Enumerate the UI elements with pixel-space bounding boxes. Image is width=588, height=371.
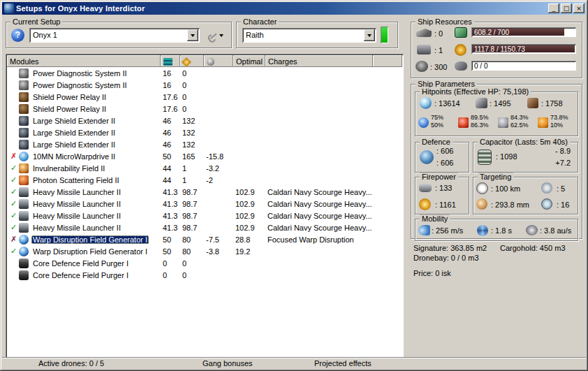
character-combobox[interactable]: Raith: [242, 28, 376, 43]
optimal-column-header[interactable]: Optimal: [233, 55, 265, 67]
module-row[interactable]: ✗Warp Disruption Field Generator I5080-7…: [7, 233, 402, 245]
module-optimal-value: [233, 115, 265, 126]
cargohold-value: Cargohold: 450 m3: [500, 244, 566, 252]
module-row[interactable]: ✓Heavy Missile Launcher II41.398.7102.9C…: [7, 221, 402, 233]
kinetic-resist-armor: 62.5%: [510, 122, 529, 129]
module-type-icon: [19, 104, 29, 114]
charges-column-header[interactable]: Charges: [265, 55, 373, 67]
module-row[interactable]: Power Diagnostic System II160: [7, 67, 402, 79]
cpu-icon: [163, 58, 172, 66]
max-velocity-value: : 256 m/s: [432, 226, 463, 235]
module-cap-value: [204, 269, 233, 281]
module-charges-value: [265, 91, 373, 103]
powergrid-sun-icon: [455, 44, 466, 56]
module-row[interactable]: Shield Power Relay II17.60: [7, 103, 402, 115]
module-row[interactable]: ✓Heavy Missile Launcher II41.398.7102.9C…: [7, 198, 402, 210]
module-name: Large Shield Extender II: [31, 129, 117, 137]
setup-tools-button[interactable]: [203, 28, 228, 43]
module-optimal-value: [233, 103, 265, 115]
module-cpu-value: 0: [161, 257, 180, 269]
module-optimal-value: [233, 138, 265, 150]
module-row[interactable]: Shield Power Relay II17.60: [7, 91, 402, 103]
module-charges-value: [265, 103, 373, 115]
active-drones-status: Active drones: 0 / 5: [38, 359, 104, 368]
powergrid-usage-text: 1117.8 / 1150.73: [474, 45, 525, 53]
module-powergrid-value: 165: [180, 150, 204, 162]
module-type-icon: [19, 235, 29, 245]
setup-combo-dropdown-icon[interactable]: [187, 29, 198, 41]
price-value: Price: 0 isk: [413, 269, 451, 277]
status-bar: Active drones: 0 / 5 Gang bonuses Projec…: [2, 357, 586, 369]
module-charges-value: [265, 245, 373, 257]
module-cap-value: [204, 138, 233, 150]
turret-hardpoints-value: : 0: [434, 29, 443, 38]
module-active-check-icon: ✓: [9, 199, 18, 208]
module-row[interactable]: Power Diagnostic System II160: [7, 79, 402, 91]
module-name: Power Diagnostic System II: [31, 69, 128, 78]
module-row[interactable]: ✓Warp Disruption Field Generator I5080-3…: [7, 245, 402, 257]
module-row[interactable]: ✓Heavy Missile Launcher II41.398.7102.9C…: [7, 210, 402, 221]
filler-column-header: [373, 55, 402, 67]
module-charges-value: [265, 126, 373, 138]
minimize-button[interactable]: _: [548, 3, 559, 13]
module-cpu-value: 44: [161, 174, 180, 186]
module-type-icon: [19, 152, 29, 161]
explosive-resist-icon: [458, 117, 469, 128]
module-row[interactable]: Core Defence Field Purger I00: [7, 269, 402, 281]
capacitor-column-header[interactable]: [204, 55, 233, 67]
powergrid-usage-bar: 1117.8 / 1150.73: [471, 44, 576, 54]
module-row[interactable]: Large Shield Extender II46132: [7, 126, 402, 138]
module-type-icon: [19, 175, 29, 185]
module-charges-value: Focused Warp Disruption: [265, 233, 373, 245]
drone-bandwidth-icon: [455, 61, 467, 71]
module-optimal-value: [233, 79, 265, 91]
wrench-icon: [209, 31, 217, 39]
maximize-button[interactable]: □: [561, 3, 572, 13]
module-cpu-value: 41.3: [161, 186, 180, 198]
module-row[interactable]: Large Shield Extender II46132: [7, 138, 402, 150]
powergrid-icon: [182, 57, 191, 66]
gang-bonuses-tab[interactable]: Gang bonuses: [203, 359, 253, 368]
max-velocity-icon: [418, 225, 430, 235]
module-powergrid-value: 0: [180, 103, 204, 115]
module-row[interactable]: ✗10MN MicroWarpdrive II50165-15.8: [7, 150, 402, 162]
projected-effects-tab[interactable]: Projected effects: [314, 359, 372, 368]
module-type-icon: [19, 259, 29, 268]
capacitor-amount: : 1098: [496, 152, 517, 161]
app-window: Setups for Onyx Heavy Interdictor _ □ × …: [0, 0, 588, 371]
powergrid-column-header[interactable]: [180, 55, 204, 67]
character-combo-dropdown-icon[interactable]: [364, 29, 375, 41]
module-row[interactable]: ✓Photon Scattering Field II441-2: [7, 174, 402, 186]
module-optimal-value: [233, 174, 265, 186]
explosive-resist-armor: 86.3%: [471, 122, 489, 129]
module-row[interactable]: ✓Invulnerability Field II441-3.2: [7, 162, 402, 174]
ship-resources-label: Ship Resources: [416, 17, 474, 27]
module-cap-value: -15.8: [204, 150, 233, 162]
module-name: Photon Scattering Field II: [31, 176, 121, 184]
title-bar[interactable]: Setups for Onyx Heavy Interdictor _ □ ×: [2, 2, 586, 15]
targeting-range-value: : 100 km: [491, 184, 520, 193]
cpu-column-header[interactable]: [161, 55, 180, 67]
module-active-check-icon: ✓: [9, 247, 18, 256]
module-row[interactable]: ✓Heavy Missile Launcher II41.398.7102.9C…: [7, 186, 402, 198]
character-group: Character Raith: [236, 22, 398, 48]
calibration-value: : 300: [430, 63, 447, 71]
module-row[interactable]: Core Defence Field Purger I00: [7, 257, 402, 269]
close-button[interactable]: ×: [573, 3, 585, 13]
module-optimal-value: 102.9: [233, 186, 265, 198]
volley-value: : 133: [435, 184, 452, 192]
em-resist-armor: 50%: [431, 122, 443, 129]
shield-hp-value: : 13614: [434, 99, 460, 108]
defence-group: Defence : 606 : 606: [415, 142, 469, 173]
thermal-resist-icon: [538, 117, 548, 128]
setup-combobox[interactable]: Onyx 1: [29, 28, 200, 43]
modules-body: Power Diagnostic System II160Power Diagn…: [7, 67, 402, 281]
modules-column-header[interactable]: Modules: [7, 55, 161, 67]
firepower-label: Firepower: [420, 173, 458, 182]
help-icon[interactable]: ?: [11, 29, 24, 42]
module-row[interactable]: Large Shield Extender II46132: [7, 115, 402, 126]
module-optimal-value: [233, 269, 265, 281]
module-name: Invulnerability Field II: [31, 164, 106, 173]
targeting-label: Targeting: [478, 173, 513, 182]
em-resist-icon: [418, 117, 429, 128]
